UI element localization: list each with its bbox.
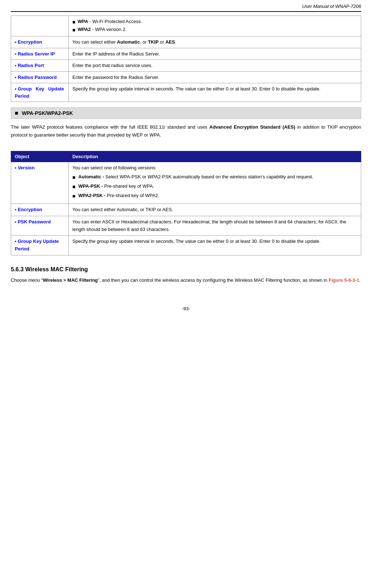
- page-number: -93-: [182, 306, 190, 311]
- label-cell-radius-ip: • Radius Server IP: [11, 48, 69, 60]
- table-row: • Radius Port Enter the port that radius…: [11, 60, 361, 72]
- wpa-bullet-1: ■ WPA - Wi-Fi Protected Access.: [72, 18, 357, 26]
- table-row: • Group Key Update Period Specify the gr…: [11, 236, 361, 255]
- square-bullet-icon: ■: [72, 192, 75, 200]
- mac-section-title: 5.6.3 Wireless MAC Filtering: [11, 266, 361, 273]
- object-cell-psk-password: • PSK Password: [11, 216, 69, 236]
- menu-label: Wireless > MAC Filtering: [43, 277, 98, 283]
- object-cell-encryption: • Encryption: [11, 204, 69, 216]
- table-row: ■ WPA - Wi-Fi Protected Access. ■ WPA2 -…: [11, 16, 361, 36]
- list-item: ■ Automatic - Select WPA-PSK or WPA2-PSK…: [72, 173, 357, 181]
- desc-cell-encryption-psk: You can select either Automatic, or TKIP…: [69, 204, 361, 216]
- wpa2-bullet: ■ WPA2 - WPA version 2.: [72, 26, 357, 34]
- desc-cell-version: You can select one of following versions…: [69, 162, 361, 204]
- table-row: • Group Key Update Period Specify the gr…: [11, 83, 361, 102]
- label-cell-empty: [11, 16, 69, 36]
- table-row: • Version You can select one of followin…: [11, 162, 361, 204]
- col-description: Description: [69, 151, 361, 162]
- wpa-bullets-cell: ■ WPA - Wi-Fi Protected Access. ■ WPA2 -…: [69, 16, 361, 36]
- table-row: • Radius Server IP Enter the IP address …: [11, 48, 361, 60]
- table-row: • Encryption You can select either Autom…: [11, 204, 361, 216]
- wpa-psk-body: The later WPA2 protocol features complia…: [11, 123, 361, 139]
- table-row: • PSK Password You can enter ASCII or He…: [11, 216, 361, 236]
- version-bullets: ■ Automatic - Select WPA-PSK or WPA2-PSK…: [72, 173, 357, 200]
- square-bullet-icon: ■: [72, 18, 75, 26]
- label-cell-radius-pass: • Radius Password: [11, 71, 69, 83]
- object-cell-group-key: • Group Key Update Period: [11, 236, 69, 255]
- object-cell-version: • Version: [11, 162, 69, 204]
- desc-cell-group-key: Specify the group key update interval in…: [69, 83, 361, 102]
- desc-table: Object Description • Version You can sel…: [11, 151, 361, 255]
- square-bullet-icon: ■: [72, 174, 75, 181]
- desc-cell-group-key-psk: Specify the group key update interval in…: [69, 236, 361, 255]
- wpa-psk-title: WPA-PSK/WPA2-PSK: [22, 110, 73, 116]
- top-table: ■ WPA - Wi-Fi Protected Access. ■ WPA2 -…: [11, 15, 361, 102]
- label-cell-radius-port: • Radius Port: [11, 60, 69, 72]
- figure-link[interactable]: Figure 5-6-3-1: [328, 277, 359, 283]
- list-item: ■ WPA2-PSK - Pre-shared key of WPA2.: [72, 192, 357, 200]
- square-bullet-icon: ■: [72, 26, 75, 34]
- label-cell-group-key: • Group Key Update Period: [11, 83, 69, 102]
- page-footer: -93-: [11, 306, 361, 311]
- mac-body-text: Choose menu “Wireless > MAC Filtering”, …: [11, 276, 361, 284]
- page-header: User Manual of WNAP-7206: [11, 4, 361, 12]
- square-bullet-icon: ■: [72, 183, 75, 191]
- list-item: ■ WPA-PSK - Pre-shared key of WPA.: [72, 183, 357, 191]
- desc-cell-radius-port: Enter the port that radius service uses.: [69, 60, 361, 72]
- desc-cell-psk-password: You can enter ASCII or Hexadecimal chara…: [69, 216, 361, 236]
- label-cell-encryption: • Encryption: [11, 36, 69, 48]
- table-header-row: Object Description: [11, 151, 361, 162]
- wpa-psk-section-header: ■ WPA-PSK/WPA2-PSK: [11, 107, 361, 119]
- table-row: • Encryption You can select either Autom…: [11, 36, 361, 48]
- desc-cell-encryption: You can select either Automatic, or TKIP…: [69, 36, 361, 48]
- desc-cell-radius-ip: Enter the IP address of the Radius Serve…: [69, 48, 361, 60]
- header-title: User Manual of WNAP-7206: [302, 4, 361, 9]
- col-object: Object: [11, 151, 69, 162]
- mac-filtering-section: 5.6.3 Wireless MAC Filtering Choose menu…: [11, 266, 361, 284]
- table-row: • Radius Password Enter the password for…: [11, 71, 361, 83]
- desc-cell-radius-pass: Enter the password for the Radius Server…: [69, 71, 361, 83]
- square-bullet-icon: ■: [15, 110, 18, 116]
